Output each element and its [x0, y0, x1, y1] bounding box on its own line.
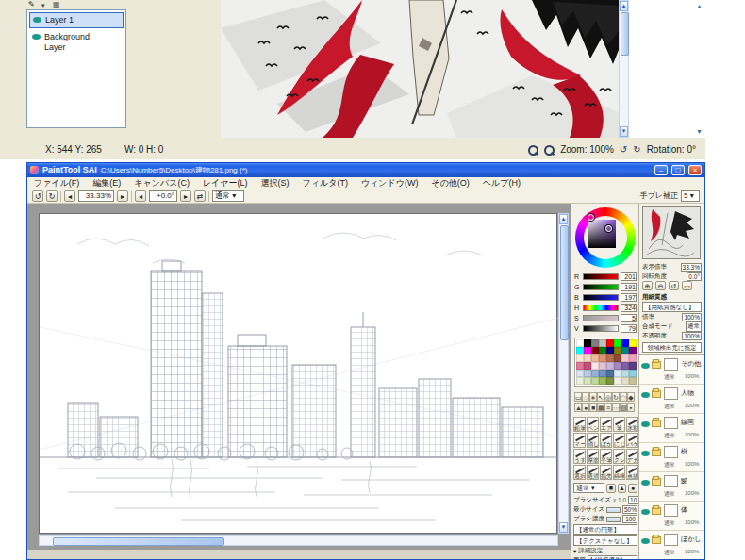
channel-slider[interactable]	[583, 273, 619, 280]
color-swatch[interactable]	[614, 339, 621, 347]
round-tip-icon[interactable]: ●	[628, 484, 637, 493]
color-swatch[interactable]	[621, 377, 629, 385]
tool-icon[interactable]: ●	[582, 403, 589, 412]
reset-rotation-icon[interactable]: ↺	[669, 281, 679, 290]
color-swatch[interactable]	[576, 339, 584, 347]
color-swatch[interactable]	[591, 377, 599, 385]
color-swatch[interactable]	[591, 347, 599, 354]
layer-row[interactable]: 人物 通常 100%	[639, 385, 704, 414]
menu-item[interactable]: 選択(S)	[255, 177, 296, 189]
color-swatch[interactable]	[606, 362, 614, 370]
brush-button[interactable]: 点描	[626, 465, 638, 480]
eye-icon[interactable]	[641, 421, 650, 427]
zoom-in-button[interactable]: ▸	[117, 190, 128, 202]
color-swatch[interactable]	[606, 377, 614, 385]
color-swatch[interactable]	[591, 362, 599, 370]
color-swatch[interactable]	[599, 347, 606, 354]
layer-row[interactable]: ぼかし 通常 100%	[639, 531, 704, 559]
canvas-vscrollbar[interactable]: ▲ ▼	[558, 213, 569, 534]
dropdown-icon[interactable]: ▾	[41, 1, 45, 9]
tool-icon[interactable]: ▦	[597, 403, 604, 412]
color-swatch[interactable]	[599, 362, 606, 370]
color-swatch[interactable]	[599, 354, 606, 362]
scrollbar-thumb[interactable]	[621, 12, 629, 56]
zoom-field[interactable]: 33.33%	[78, 190, 114, 202]
color-swatch[interactable]	[621, 339, 629, 347]
rotate-right-button[interactable]: ▸	[180, 190, 191, 202]
eye-icon[interactable]	[641, 480, 650, 486]
menu-item[interactable]: 編集(E)	[86, 177, 127, 189]
color-swatch[interactable]	[629, 347, 637, 354]
canvas-hscrollbar[interactable]	[39, 535, 558, 546]
color-swatch[interactable]	[606, 370, 614, 377]
color-swatch[interactable]	[584, 377, 591, 385]
channel-value[interactable]: 79	[621, 324, 637, 333]
color-swatch[interactable]	[591, 339, 599, 347]
color-swatch[interactable]	[629, 370, 637, 377]
brush-button[interactable]: デカ	[626, 449, 638, 464]
brush-button[interactable]: マーカ	[573, 433, 586, 448]
square-tip-icon[interactable]: ■	[606, 484, 616, 493]
brush-button[interactable]: バケツ	[626, 433, 638, 448]
eye-icon[interactable]	[33, 17, 41, 23]
color-swatch[interactable]	[584, 347, 591, 354]
color-swatch[interactable]	[576, 377, 584, 385]
brush-button[interactable]: 選択	[573, 465, 586, 480]
menu-item[interactable]: キャンバス(C)	[127, 177, 196, 189]
brush-shape-dropdown[interactable]: 【通常の円形】	[573, 524, 637, 535]
view-zoom-value[interactable]: 33.3%	[681, 263, 702, 272]
hue-cursor[interactable]	[588, 214, 594, 221]
tool-icon[interactable]: ◠	[620, 392, 627, 402]
menu-item[interactable]: フィルタ(T)	[296, 177, 355, 189]
brush-button[interactable]: クレヨ	[613, 449, 625, 464]
color-swatch[interactable]	[584, 339, 591, 347]
fit-view-icon[interactable]: ▭	[682, 281, 692, 290]
menu-item[interactable]: ファイル(F)	[27, 177, 86, 189]
scroll-up-icon[interactable]: ▲	[620, 1, 628, 11]
pencil-icon[interactable]: ✎	[28, 0, 35, 9]
tool-icon[interactable]: ⋯	[612, 403, 620, 412]
brush-button[interactable]: 指先	[600, 465, 612, 480]
color-swatch[interactable]	[599, 370, 606, 377]
drawing-canvas[interactable]	[39, 213, 557, 534]
tool-icon[interactable]: ◎	[604, 392, 612, 402]
scroll-down-icon[interactable]: ▼	[620, 126, 628, 137]
brush-button[interactable]: 消し	[587, 433, 599, 448]
tool-icon[interactable]: ▪	[627, 403, 635, 412]
color-swatch[interactable]	[591, 354, 599, 362]
scrollbar-thumb[interactable]	[53, 537, 224, 546]
minimize-button[interactable]: –	[654, 165, 668, 175]
brush-button[interactable]: 水彩	[626, 417, 638, 432]
channel-value[interactable]: 197	[621, 293, 637, 302]
stabilizer-dropdown[interactable]: 5 ▾	[681, 190, 700, 202]
channel-slider[interactable]	[583, 315, 619, 321]
undo-icon[interactable]: ↺	[32, 190, 43, 202]
color-swatch[interactable]	[629, 354, 637, 362]
color-swatch[interactable]	[621, 370, 629, 377]
eye-icon[interactable]	[641, 392, 650, 398]
brush-button[interactable]: 鉛筆	[573, 417, 586, 432]
detect-source-button[interactable]: 領域検出元に指定	[642, 342, 702, 353]
brush-button[interactable]: 筆	[613, 417, 625, 432]
zoom-in-icon[interactable]: ⊕	[642, 281, 653, 290]
paper-texture-dropdown[interactable]: 【用紙質感なし】	[642, 302, 702, 312]
color-swatch[interactable]	[599, 339, 606, 347]
channel-slider[interactable]	[583, 294, 619, 301]
zoom-in-icon[interactable]	[544, 145, 555, 156]
scroll-up-icon[interactable]: ▲	[696, 2, 703, 10]
eye-icon[interactable]	[641, 509, 650, 515]
density-value[interactable]: 100	[622, 515, 637, 523]
layer-opacity-value[interactable]: 100%	[682, 332, 702, 340]
tool-icon[interactable]: ▧	[620, 403, 627, 412]
brush-button[interactable]: うす塗	[573, 449, 586, 464]
brush-button[interactable]: ぼかし	[600, 433, 612, 448]
color-swatch[interactable]	[599, 377, 606, 385]
eye-icon[interactable]	[641, 538, 650, 544]
min-size-value[interactable]: 50%	[622, 505, 637, 514]
channel-value[interactable]: 324	[621, 304, 637, 312]
tool-icon[interactable]: ■	[589, 403, 597, 412]
color-swatch[interactable]	[576, 362, 584, 370]
tool-icon[interactable]: ∗	[589, 392, 597, 402]
color-swatch[interactable]	[621, 362, 629, 370]
back-layer-item[interactable]: Background Layer	[29, 30, 124, 55]
